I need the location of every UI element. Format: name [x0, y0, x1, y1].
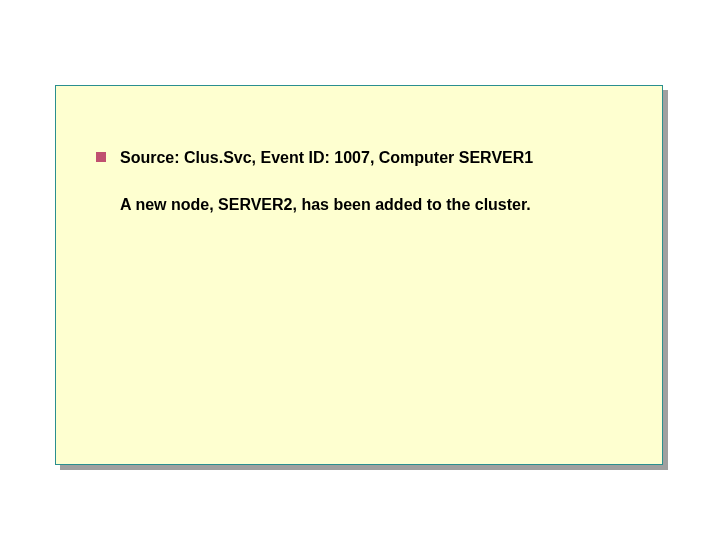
square-bullet-icon — [96, 152, 106, 162]
content-area: Source: Clus.Svc, Event ID: 1007, Comput… — [56, 86, 662, 256]
content-panel: Source: Clus.Svc, Event ID: 1007, Comput… — [55, 85, 663, 465]
body-text: A new node, SERVER2, has been added to t… — [120, 195, 622, 216]
bullet-item: Source: Clus.Svc, Event ID: 1007, Comput… — [96, 148, 622, 169]
bullet-heading-text: Source: Clus.Svc, Event ID: 1007, Comput… — [120, 148, 533, 169]
